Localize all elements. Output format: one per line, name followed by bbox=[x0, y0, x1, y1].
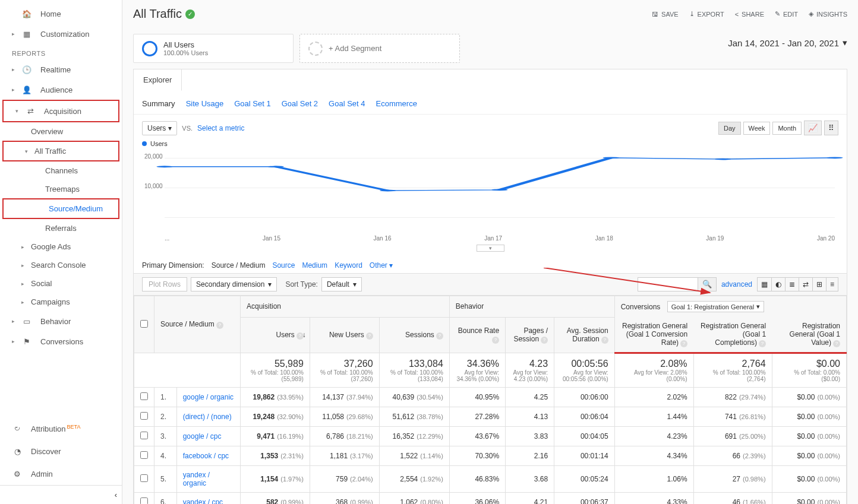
source-link[interactable]: google / organic bbox=[183, 393, 234, 401]
subtab-goal-set-2[interactable]: Goal Set 2 bbox=[282, 99, 318, 108]
nav-conversions[interactable]: ▸⚑Conversions bbox=[0, 331, 122, 351]
svg-point-2 bbox=[380, 190, 396, 192]
help-icon[interactable]: ? bbox=[216, 322, 223, 329]
row-checkbox[interactable] bbox=[140, 392, 148, 400]
source-link[interactable]: yandex / cpc bbox=[183, 498, 223, 504]
add-segment[interactable]: + Add Segment bbox=[299, 34, 460, 63]
save-button[interactable]: 🖫SAVE bbox=[652, 10, 679, 18]
view-percentage[interactable]: ◐ bbox=[772, 278, 786, 291]
subtab-site-usage[interactable]: Site Usage bbox=[186, 99, 224, 108]
nav-campaigns[interactable]: ▸Campaigns bbox=[0, 293, 122, 311]
subtab-summary[interactable]: Summary bbox=[142, 99, 175, 108]
view-comparison[interactable]: ⇄ bbox=[799, 278, 813, 291]
nav-social[interactable]: ▸Social bbox=[0, 274, 122, 293]
nav-attribution[interactable]: ౿AttributionBETA bbox=[0, 417, 122, 440]
insights-icon: ◈ bbox=[809, 10, 813, 18]
chart-expand[interactable]: ▾ bbox=[477, 245, 504, 252]
nav-discover[interactable]: ◔Discover bbox=[0, 440, 122, 462]
table-row: 3.google / cpc9,471(16.19%)6,786(18.21%)… bbox=[134, 427, 847, 446]
table-row: 6.yandex / cpc582(0.99%)368(0.99%)1,062(… bbox=[134, 493, 847, 505]
th-users[interactable]: Users?↓ bbox=[240, 317, 310, 353]
select-metric-link[interactable]: Select a metric bbox=[197, 124, 244, 132]
th-pages-session[interactable]: Pages / Session? bbox=[506, 317, 554, 353]
nav-referrals[interactable]: Referrals bbox=[0, 219, 122, 237]
th-sessions[interactable]: Sessions? bbox=[379, 317, 449, 353]
nav-channels[interactable]: Channels bbox=[0, 161, 122, 180]
nav-acquisition[interactable]: ▾⇄Acquisition bbox=[2, 100, 119, 122]
chart-legend: Users bbox=[134, 138, 847, 150]
gear-icon: ⚙ bbox=[12, 468, 23, 479]
edit-button[interactable]: ✎EDIT bbox=[775, 10, 798, 18]
row-checkbox[interactable] bbox=[140, 451, 148, 459]
time-week[interactable]: Week bbox=[743, 122, 771, 135]
conversions-select[interactable]: Goal 1: Registration General▾ bbox=[667, 301, 764, 312]
nav-source-medium[interactable]: Source/Medium bbox=[2, 198, 119, 219]
nav-behavior[interactable]: ▸▭Behavior bbox=[0, 311, 122, 331]
nav-all-traffic[interactable]: ▾All Traffic bbox=[2, 141, 119, 161]
th-new-users[interactable]: New Users? bbox=[310, 317, 379, 353]
share-button[interactable]: <SHARE bbox=[735, 10, 764, 18]
th-avg-duration[interactable]: Avg. Session Duration? bbox=[554, 317, 615, 353]
chart: 20,000 10,000 bbox=[134, 150, 847, 233]
date-range-picker[interactable]: Jan 14, 2021 - Jan 20, 2021▾ bbox=[728, 34, 847, 48]
source-link[interactable]: facebook / cpc bbox=[183, 452, 229, 460]
view-pivot[interactable]: ⊞ bbox=[813, 278, 827, 291]
th-goal-value[interactable]: Registration General (Goal 1 Value)? bbox=[772, 317, 846, 353]
dim-keyword[interactable]: Keyword bbox=[335, 261, 362, 270]
dim-medium[interactable]: Medium bbox=[302, 261, 327, 270]
nav-realtime[interactable]: ▸🕒Realtime bbox=[0, 59, 122, 80]
insights-button[interactable]: ◈INSIGHTS bbox=[809, 10, 847, 18]
secondary-dim-select[interactable]: Secondary dimension▾ bbox=[191, 277, 277, 291]
source-link[interactable]: yandex / organic bbox=[183, 471, 210, 487]
nav-home[interactable]: 🏠Home bbox=[0, 4, 122, 24]
dim-other[interactable]: Other ▾ bbox=[370, 261, 393, 270]
row-checkbox[interactable] bbox=[140, 497, 148, 504]
segment-all-users[interactable]: All Users100.00% Users bbox=[133, 34, 294, 63]
th-goal-completions[interactable]: Registration General (Goal 1 Completions… bbox=[693, 317, 772, 353]
nav-overview[interactable]: Overview bbox=[0, 122, 122, 141]
row-checkbox[interactable] bbox=[140, 412, 148, 420]
export-icon: ⤓ bbox=[689, 10, 695, 18]
nav-treemaps[interactable]: Treemaps bbox=[0, 180, 122, 198]
select-all-checkbox[interactable] bbox=[140, 320, 148, 328]
chart-type-line[interactable]: 📈 bbox=[804, 121, 822, 135]
nav-customization[interactable]: ▸▦Customization bbox=[0, 24, 122, 44]
subtab-ecommerce[interactable]: Ecommerce bbox=[376, 99, 417, 108]
add-segment-circle-icon bbox=[308, 42, 323, 56]
nav-search-console[interactable]: ▸Search Console bbox=[0, 256, 122, 274]
view-other[interactable]: ≡ bbox=[827, 278, 838, 291]
subtab-goal-set-1[interactable]: Goal Set 1 bbox=[234, 99, 270, 108]
home-icon: 🏠 bbox=[21, 8, 32, 19]
th-bounce-rate[interactable]: Bounce Rate? bbox=[449, 317, 505, 353]
nav-google-ads[interactable]: ▸Google Ads bbox=[0, 237, 122, 256]
chevron-down-icon: ▾ bbox=[268, 280, 272, 289]
chevron-down-icon: ▾ bbox=[168, 124, 172, 132]
row-checkbox[interactable] bbox=[140, 474, 148, 482]
metric-selector[interactable]: Users▾ bbox=[142, 121, 177, 135]
dim-source[interactable]: Source bbox=[272, 261, 295, 270]
nav-admin[interactable]: ⚙Admin bbox=[0, 462, 122, 485]
view-performance[interactable]: ≣ bbox=[786, 278, 799, 291]
tab-explorer[interactable]: Explorer bbox=[134, 69, 182, 91]
chart-x-axis: ... Jan 15 Jan 16 Jan 17 Jan 18 Jan 19 J… bbox=[134, 233, 847, 242]
source-link[interactable]: (direct) / (none) bbox=[183, 413, 232, 421]
time-month[interactable]: Month bbox=[772, 122, 802, 135]
th-acquisition: Acquisition bbox=[240, 296, 449, 318]
search-button[interactable]: 🔍 bbox=[698, 278, 716, 291]
subtab-goal-set-4[interactable]: Goal Set 4 bbox=[329, 99, 365, 108]
th-goal-rate[interactable]: Registration General (Goal 1 Conversion … bbox=[614, 317, 693, 353]
sort-type-select[interactable]: Default▾ bbox=[321, 277, 362, 291]
advanced-link[interactable]: advanced bbox=[721, 280, 752, 289]
collapse-sidebar[interactable]: ‹ bbox=[0, 485, 122, 504]
source-link[interactable]: google / cpc bbox=[183, 432, 222, 440]
nav-audience[interactable]: ▸👤Audience bbox=[0, 80, 122, 100]
time-day[interactable]: Day bbox=[718, 122, 741, 135]
chart-type-motion[interactable]: ⠿ bbox=[824, 121, 838, 135]
export-button[interactable]: ⤓EXPORT bbox=[689, 10, 724, 18]
row-checkbox[interactable] bbox=[140, 432, 148, 439]
view-table[interactable]: ▦ bbox=[758, 278, 772, 291]
chevron-down-icon: ▾ bbox=[756, 303, 760, 310]
primary-dim-active[interactable]: Source / Medium bbox=[212, 261, 266, 270]
clock-icon: 🕒 bbox=[21, 64, 32, 75]
search-input[interactable] bbox=[638, 278, 698, 291]
